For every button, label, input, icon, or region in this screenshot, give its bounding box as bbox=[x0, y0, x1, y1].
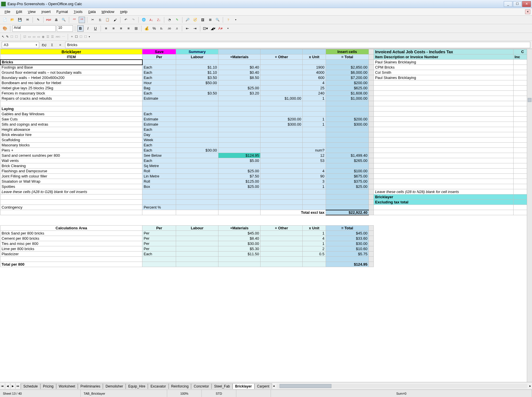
bgcolor-button[interactable]: ◢▾ bbox=[210, 25, 216, 32]
preview-button[interactable]: 🔍 bbox=[61, 17, 67, 23]
font-name-combo[interactable]: Arial bbox=[12, 25, 56, 32]
summary-bricklayer[interactable]: Bricklayer bbox=[374, 194, 513, 200]
combobox-button[interactable]: ☰ bbox=[51, 35, 54, 39]
invoice-row[interactable]: CPM Bricks bbox=[374, 65, 513, 70]
wizards-button[interactable]: ✦ bbox=[71, 35, 73, 39]
menu-data[interactable]: Data bbox=[85, 8, 99, 15]
zoom-button[interactable]: 🔍 bbox=[214, 17, 221, 23]
leave-blank-left[interactable]: Leave these cells (A28 to G28) blank for… bbox=[0, 189, 142, 194]
table-row[interactable]: Scaffolding bbox=[0, 137, 142, 143]
formula-input[interactable]: Bricks bbox=[65, 42, 530, 48]
horizontal-scrollbar[interactable] bbox=[277, 384, 528, 388]
autospell-button[interactable]: ᴬᴮ bbox=[79, 17, 85, 23]
invoice-row[interactable] bbox=[374, 86, 513, 91]
table-row[interactable]: Repairs of cracks and rebuilds bbox=[0, 96, 142, 101]
section-bricks[interactable]: Bricks bbox=[0, 60, 142, 65]
sheet-tab-concretor[interactable]: Concretor bbox=[191, 383, 212, 389]
underline-button[interactable]: U bbox=[92, 25, 99, 32]
borders-button[interactable]: ⊡▾ bbox=[202, 25, 209, 32]
email-button[interactable]: ✉ bbox=[24, 17, 31, 23]
menu-format[interactable]: Format bbox=[54, 8, 71, 15]
edit-button[interactable]: ✎ bbox=[35, 17, 41, 23]
hscroll-left[interactable]: ◂ bbox=[272, 384, 276, 388]
invoice-row[interactable]: Col Smith bbox=[374, 70, 513, 75]
formatted-field-button[interactable]: ▭ bbox=[33, 35, 35, 39]
open-button[interactable]: 📂 bbox=[9, 17, 16, 23]
table-row[interactable]: Masonary blocks bbox=[0, 143, 142, 148]
table-row[interactable]: Plasticizer bbox=[0, 252, 142, 257]
styles-button[interactable]: 🎨 bbox=[2, 25, 8, 32]
table-row[interactable]: Lime per 800 bricks bbox=[0, 246, 142, 252]
form-more-button[interactable]: ▾ bbox=[89, 35, 90, 38]
design-mode-button[interactable]: ✎ bbox=[6, 35, 9, 39]
datasources-button[interactable]: ⊞ bbox=[207, 17, 213, 23]
option-button[interactable]: ◉ bbox=[42, 35, 45, 39]
table-row[interactable]: Flashings and Dampcourse bbox=[0, 169, 142, 174]
form-button[interactable]: ☐ bbox=[15, 35, 18, 39]
gallery-button[interactable]: 🖼 bbox=[199, 17, 206, 23]
spellcheck-button[interactable]: ᴬᴮ bbox=[71, 17, 78, 23]
insert-cells-button[interactable]: Insert cells bbox=[326, 49, 369, 54]
print-button[interactable]: 🖶 bbox=[53, 17, 59, 23]
sheet-tab-pricing[interactable]: Pricing bbox=[40, 383, 56, 389]
align-justify-button[interactable]: ≡ bbox=[125, 25, 132, 32]
status-zoom[interactable]: 100% bbox=[167, 390, 202, 397]
label-button[interactable]: ABC bbox=[56, 35, 60, 38]
spreadsheet-grid[interactable]: Bricklayer Save Summary Insert cells Inv… bbox=[0, 49, 532, 382]
fmt-more-button[interactable]: ▾ bbox=[225, 25, 231, 32]
summary-button[interactable]: Summary bbox=[176, 49, 218, 54]
form-tab-button[interactable]: ☐ bbox=[84, 35, 87, 39]
tab-next-button[interactable]: ▶ bbox=[10, 383, 16, 389]
vertical-scrollbar[interactable] bbox=[527, 49, 532, 382]
save-button[interactable]: 💾 bbox=[17, 17, 23, 23]
del-decimal-button[interactable]: .0 bbox=[173, 25, 180, 32]
table-row[interactable]: Hebel glue lays 25 blocks 25kg bbox=[0, 86, 142, 91]
function-button[interactable]: = bbox=[57, 42, 63, 48]
textbox-button[interactable]: ▭ bbox=[28, 35, 31, 39]
format-paint-button[interactable]: 🖌 bbox=[112, 17, 118, 23]
new-button[interactable]: 📄 bbox=[2, 17, 8, 23]
bold-button[interactable]: B bbox=[77, 25, 84, 32]
tab-first-button[interactable]: ⏮ bbox=[0, 383, 5, 389]
currency-button[interactable]: 💰 bbox=[144, 25, 150, 32]
form-design-button[interactable]: ☐ bbox=[75, 35, 78, 39]
sheet-tab-bricklayer[interactable]: Bricklayer bbox=[233, 383, 254, 389]
form-nav-button[interactable]: ☐ bbox=[80, 35, 82, 39]
show-draw-button[interactable]: ✎ bbox=[174, 17, 180, 23]
chart-button[interactable]: ◔ bbox=[166, 17, 173, 23]
add-decimal-button[interactable]: .00 bbox=[166, 25, 172, 32]
cut-button[interactable]: ✂ bbox=[89, 17, 96, 23]
maximize-button[interactable]: ☐ bbox=[513, 1, 522, 7]
leave-blank-right[interactable]: Leave these cells (I28 to N28) blank for… bbox=[374, 189, 513, 194]
sheet-tab-demolisher[interactable]: Demolisher bbox=[103, 383, 126, 389]
table-row[interactable]: Sand and cement sundries per 800 bbox=[0, 153, 142, 158]
tab-last-button[interactable]: ⏭ bbox=[16, 383, 21, 389]
paste-button[interactable]: 📋 bbox=[104, 17, 111, 23]
table-row[interactable]: Height allowance bbox=[0, 127, 142, 132]
sheet-tab-schedule[interactable]: Schedule bbox=[21, 383, 40, 389]
save-sheet-button[interactable]: Save bbox=[142, 49, 176, 54]
table-row[interactable]: Fences in masonary block bbox=[0, 91, 142, 96]
navigator-button[interactable]: 🧭 bbox=[192, 17, 198, 23]
invoice-row[interactable] bbox=[374, 80, 513, 86]
summary-excl[interactable]: Excluding tax total bbox=[374, 200, 513, 205]
table-row[interactable]: Brick elevator hire bbox=[0, 132, 142, 137]
redo-button[interactable]: ↷ bbox=[130, 17, 136, 23]
menu-view[interactable]: View bbox=[25, 8, 39, 15]
invoice-row[interactable]: Paul Skaines Bricklaying bbox=[374, 75, 513, 80]
table-row[interactable]: Sills and copings and extras bbox=[0, 122, 142, 127]
sheet-tab-worksheet[interactable]: Worksheet bbox=[56, 383, 78, 389]
control-button[interactable]: ☐ bbox=[10, 35, 13, 39]
minimize-button[interactable]: _ bbox=[504, 1, 512, 7]
status-mode[interactable]: STD bbox=[202, 390, 236, 397]
calc-total-row[interactable]: Total per 800 bbox=[0, 262, 142, 267]
sheet-tab-excavator[interactable]: Excavator bbox=[148, 383, 168, 389]
table-row[interactable]: Saw Cuts bbox=[0, 117, 142, 122]
pushbutton-button[interactable]: ▭ bbox=[37, 35, 40, 39]
menu-help[interactable]: Help bbox=[117, 8, 130, 15]
sum-button[interactable]: Σ bbox=[49, 42, 55, 48]
selection-tool[interactable]: ↖ bbox=[2, 35, 4, 39]
sheet-tab-preliminaries[interactable]: Preliminaries bbox=[78, 383, 103, 389]
table-row[interactable]: Cement per 800 bricks bbox=[0, 236, 142, 241]
menu-file[interactable]: File bbox=[2, 8, 13, 15]
